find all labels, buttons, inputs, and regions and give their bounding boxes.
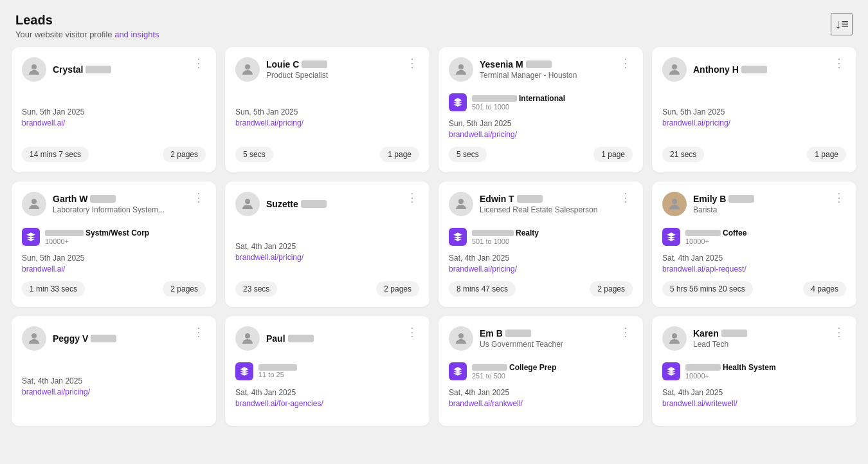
card-person: Anthony H <box>662 57 767 82</box>
more-button[interactable]: ⋮ <box>619 192 633 203</box>
more-button[interactable]: ⋮ <box>832 57 846 69</box>
company-name: Health System <box>685 363 776 372</box>
card-crystal[interactable]: Crystal ⋮ Sun, 5th Jan 2025 brandwell.ai… <box>12 47 216 172</box>
card-header: Emily B Barista ⋮ <box>662 192 846 216</box>
avatar <box>235 192 260 216</box>
subtitle-link[interactable]: and insights <box>114 30 159 39</box>
company-row: 11 to 25 <box>235 361 419 382</box>
card-header: Paul ⋮ <box>235 326 419 351</box>
card-footer: 23 secs 2 pages <box>235 281 419 297</box>
card-person: Em B Us Government Teacher <box>449 326 563 351</box>
more-button[interactable]: ⋮ <box>832 326 846 338</box>
more-button[interactable]: ⋮ <box>405 192 419 203</box>
svg-point-3 <box>672 64 677 70</box>
card-footer: 8 mins 47 secs 2 pages <box>449 281 633 297</box>
page-link[interactable]: brandwell.ai/for-agencies/ <box>235 399 419 408</box>
card-louie[interactable]: Louie C Product Specialist ⋮ Sun, 5th Ja… <box>225 47 429 172</box>
card-garth[interactable]: Garth W Laboratory Information System...… <box>12 181 216 307</box>
avatar <box>449 192 473 216</box>
company-size: 501 to 1000 <box>472 237 539 245</box>
page-link[interactable]: brandwell.ai/pricing/ <box>662 118 846 127</box>
svg-point-7 <box>672 199 677 204</box>
card-footer: 5 secs 1 page <box>449 147 633 162</box>
more-button[interactable]: ⋮ <box>192 192 206 203</box>
more-button[interactable]: ⋮ <box>405 326 419 338</box>
time-badge: 5 secs <box>449 147 487 162</box>
page-link[interactable]: brandwell.ai/rankwell/ <box>449 399 633 408</box>
more-button[interactable]: ⋮ <box>192 57 206 69</box>
person-info: Suzette <box>266 199 327 209</box>
card-em[interactable]: Em B Us Government Teacher ⋮ College Pre… <box>439 316 643 426</box>
date: Sun, 5th Jan 2025 <box>449 119 633 128</box>
card-header: Peggy V ⋮ <box>22 326 206 351</box>
sort-button[interactable]: ↓≡ <box>831 13 853 35</box>
card-person: Emily B Barista <box>662 192 754 216</box>
card-paul[interactable]: Paul ⋮ 11 to 25 Sat, 4th Jan 2025 brandw… <box>225 316 429 426</box>
time-badge: 8 mins 47 secs <box>449 281 516 297</box>
leads-grid: Crystal ⋮ Sun, 5th Jan 2025 brandwell.ai… <box>0 47 868 438</box>
card-header: Yesenia M Terminal Manager - Houston ⋮ <box>449 57 633 82</box>
person-name: Suzette <box>266 199 327 209</box>
card-edwin[interactable]: Edwin T Licensed Real Estate Salesperson… <box>439 181 643 307</box>
card-header: Louie C Product Specialist ⋮ <box>235 57 419 82</box>
more-button[interactable]: ⋮ <box>405 57 419 69</box>
person-info: Louie C Product Specialist <box>266 59 328 80</box>
company-info: Systm/West Corp 10000+ <box>45 228 149 245</box>
page-link[interactable]: brandwell.ai/pricing/ <box>22 387 206 396</box>
card-header: Edwin T Licensed Real Estate Salesperson… <box>449 192 633 216</box>
card-footer: 21 secs 1 page <box>662 147 846 162</box>
more-button[interactable]: ⋮ <box>832 192 846 203</box>
company-size: 10000+ <box>685 372 776 380</box>
no-company <box>22 87 206 107</box>
page-link[interactable]: brandwell.ai/pricing/ <box>235 118 419 127</box>
avatar <box>449 57 473 82</box>
page-header: Leads Your website visitor profile and i… <box>0 0 868 47</box>
pages-badge: 1 page <box>807 147 846 162</box>
person-info: Yesenia M Terminal Manager - Houston <box>480 59 577 80</box>
card-emily[interactable]: Emily B Barista ⋮ Coffee 10000+ Sat, 4th… <box>652 181 856 307</box>
time-badge: 21 secs <box>662 147 704 162</box>
company-name: Coffee <box>685 228 746 237</box>
card-yesenia[interactable]: Yesenia M Terminal Manager - Houston ⋮ I… <box>439 47 643 172</box>
svg-point-10 <box>458 333 464 339</box>
page-link[interactable]: brandwell.ai/pricing/ <box>449 264 633 274</box>
page-link[interactable]: brandwell.ai/writewell/ <box>662 399 846 408</box>
card-header: Karen Lead Tech ⋮ <box>662 326 846 351</box>
company-row: College Prep 251 to 500 <box>449 361 633 382</box>
person-name: Em B <box>480 328 563 339</box>
company-size: 501 to 1000 <box>472 103 565 111</box>
card-suzette[interactable]: Suzette ⋮ Sat, 4th Jan 2025 brandwell.ai… <box>225 181 429 307</box>
page-link[interactable]: brandwell.ai/api-request/ <box>662 264 846 274</box>
card-person: Garth W Laboratory Information System... <box>22 192 165 216</box>
more-button[interactable]: ⋮ <box>619 326 633 338</box>
avatar <box>662 192 687 216</box>
svg-point-2 <box>458 64 464 70</box>
company-info: 11 to 25 <box>258 364 299 378</box>
card-peggy[interactable]: Peggy V ⋮ Sat, 4th Jan 2025 brandwell.ai… <box>12 316 216 426</box>
more-button[interactable]: ⋮ <box>619 57 633 69</box>
pages-badge: 1 page <box>380 147 419 162</box>
avatar <box>662 57 687 82</box>
card-header: Em B Us Government Teacher ⋮ <box>449 326 633 351</box>
card-person: Louie C Product Specialist <box>235 57 328 82</box>
more-button[interactable]: ⋮ <box>192 326 206 338</box>
avatar <box>22 57 46 82</box>
date: Sun, 5th Jan 2025 <box>22 254 206 263</box>
page-link[interactable]: brandwell.ai/ <box>22 264 206 274</box>
card-person: Paul <box>235 326 314 351</box>
card-karen[interactable]: Karen Lead Tech ⋮ Health System 10000+ S… <box>652 316 856 426</box>
pages-badge: 4 pages <box>803 281 846 297</box>
page-link[interactable]: brandwell.ai/pricing/ <box>449 130 633 139</box>
company-name: International <box>472 94 565 103</box>
svg-point-5 <box>245 199 250 204</box>
person-title: Lead Tech <box>693 340 747 349</box>
page-link[interactable]: brandwell.ai/ <box>22 118 206 127</box>
pages-badge: 2 pages <box>163 281 206 297</box>
time-badge: 5 hrs 56 mins 20 secs <box>662 281 753 297</box>
pages-badge: 2 pages <box>376 281 419 297</box>
person-info: Paul <box>266 333 314 344</box>
person-title: Licensed Real Estate Salesperson <box>480 205 597 214</box>
company-row: International 501 to 1000 <box>449 92 633 113</box>
page-link[interactable]: brandwell.ai/pricing/ <box>235 253 419 262</box>
card-anthony[interactable]: Anthony H ⋮ Sun, 5th Jan 2025 brandwell.… <box>652 47 856 172</box>
